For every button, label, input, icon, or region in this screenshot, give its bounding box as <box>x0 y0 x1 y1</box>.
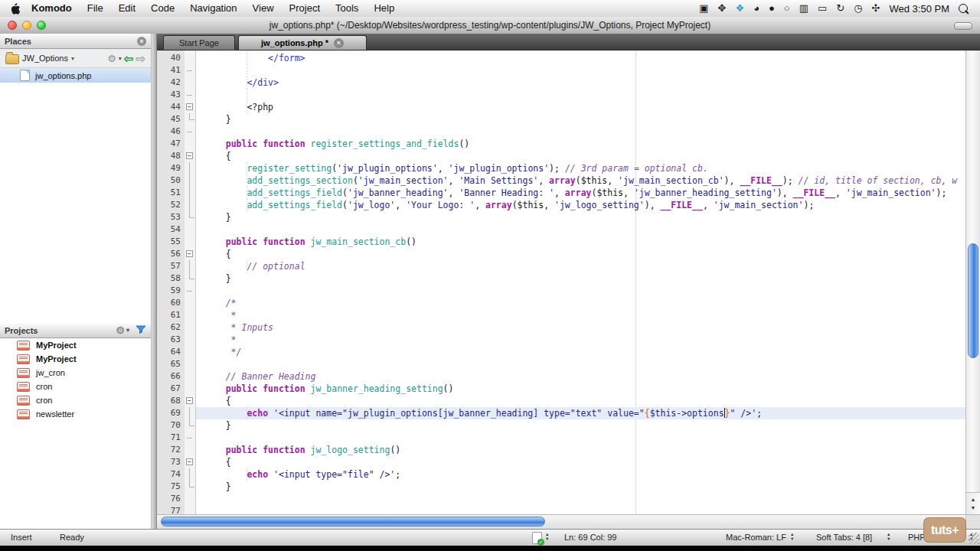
project-item[interactable]: jw_cron <box>0 366 151 380</box>
menu-clock[interactable]: Wed 3:50 PM <box>889 3 949 15</box>
resize-grip[interactable] <box>969 533 979 544</box>
screen-recording-icon[interactable]: ▣ <box>699 0 708 17</box>
code-line[interactable]: 76 <box>157 493 965 505</box>
code-line[interactable]: 58 } <box>157 272 965 285</box>
code-line[interactable]: 69 echo '<input name="jw_plugin_options[… <box>157 407 965 419</box>
vertical-scrollbar[interactable]: ▲ ▼ <box>965 51 980 514</box>
code-line[interactable]: 48− { <box>157 150 965 162</box>
project-item[interactable]: MyProject <box>0 352 151 366</box>
project-item[interactable]: MyProject <box>0 338 151 352</box>
code-line[interactable]: 70 } <box>157 419 965 432</box>
menu-komodo[interactable]: Komodo <box>24 0 80 17</box>
code-line[interactable]: 41 <box>157 64 965 77</box>
move-arrows-icon[interactable]: ✥ <box>718 0 727 17</box>
code-line[interactable]: 45 } <box>157 113 965 126</box>
tab-jw-options-php[interactable]: jw_options.php *× <box>238 35 367 50</box>
menu-tools[interactable]: Tools <box>328 0 366 17</box>
zoom-window-button[interactable] <box>37 21 46 30</box>
horizontal-scrollbar[interactable] <box>157 514 980 529</box>
code-line[interactable]: 73− { <box>157 456 965 468</box>
code-line[interactable]: 50 add_settings_section('jw_main_section… <box>157 174 965 187</box>
menu-navigation[interactable]: Navigation <box>182 0 244 17</box>
code-line[interactable]: 42 </div> <box>157 77 965 89</box>
menu-edit[interactable]: Edit <box>111 0 143 17</box>
code-line[interactable]: 65 <box>157 358 965 370</box>
encoding-stepper[interactable]: ▲▼ <box>790 532 794 541</box>
minimize-window-button[interactable] <box>22 21 31 30</box>
code-line[interactable]: 55 public function jw_main_section_cb() <box>157 236 965 248</box>
sidebar-splitter[interactable] <box>151 34 157 529</box>
projects-gear-icon[interactable]: ⚙ <box>116 325 125 335</box>
soft-tabs-stepper[interactable]: ▲▼ <box>887 532 890 541</box>
code-line[interactable]: 74 echo '<input type="file" />'; <box>157 468 965 481</box>
code-line[interactable]: 67 public function jw_banner_heading_set… <box>157 383 965 395</box>
syntax-check-stepper[interactable]: ▲▼ <box>545 532 549 541</box>
project-item[interactable]: cron <box>0 380 151 393</box>
code-line[interactable]: 44− <?php <box>157 101 965 113</box>
menu-help[interactable]: Help <box>366 0 402 17</box>
code-line[interactable]: 64 */ <box>157 346 965 358</box>
chevron-down-icon[interactable]: ▾ <box>71 55 74 62</box>
spotlight-icon[interactable] <box>959 4 968 13</box>
code-line[interactable]: 52 add_settings_field('jw_logo', 'Your L… <box>157 199 965 211</box>
menu-file[interactable]: File <box>80 0 111 17</box>
hat-icon[interactable]: ● <box>769 0 775 17</box>
code-line[interactable]: 46 <box>157 126 965 138</box>
time-machine-icon[interactable]: ◷ <box>854 0 862 17</box>
code-line[interactable]: 56− { <box>157 248 965 260</box>
tab-close-icon[interactable]: × <box>334 38 344 48</box>
code-line[interactable]: 68− { <box>157 395 965 407</box>
code-line[interactable]: 54 <box>157 223 965 236</box>
scroll-up-arrow-icon[interactable]: ▲ <box>971 497 976 502</box>
code-line[interactable]: 53 } <box>157 211 965 223</box>
menu-view[interactable]: View <box>245 0 282 17</box>
code-line[interactable]: 72 public function jw_logo_setting() <box>157 444 965 456</box>
truck-icon[interactable]: ▥ <box>799 0 808 17</box>
status-line-col[interactable]: Ln: 69 Col: 99 <box>564 533 617 542</box>
status-encoding[interactable]: Mac-Roman: LF <box>726 533 786 542</box>
code-line[interactable]: 43 <box>157 89 965 101</box>
chevron-down-icon[interactable]: ▾ <box>119 55 122 62</box>
status-soft-tabs[interactable]: Soft Tabs: 4 [8] <box>816 533 872 542</box>
code-line[interactable]: 66 // Banner Heading <box>157 370 965 383</box>
code-line[interactable]: 49 register_setting('jw_plugin_options',… <box>157 162 965 174</box>
places-gear-icon[interactable]: ⚙ <box>107 54 116 64</box>
code-line[interactable]: 57 // optional <box>157 260 965 272</box>
code-editor[interactable]: 40 </form>4142 </div>4344− <?php45 }4647… <box>157 51 980 514</box>
syntax-check-icon[interactable] <box>532 532 542 544</box>
code-line[interactable]: 60 /* <box>157 297 965 309</box>
sync-icon[interactable]: ↻ <box>836 0 844 17</box>
code-line[interactable]: 40 </form> <box>157 52 965 64</box>
code-line[interactable]: 61 * <box>157 309 965 321</box>
horizontal-scrollbar-thumb[interactable] <box>161 517 545 527</box>
apple-menu-icon[interactable] <box>11 3 21 15</box>
forward-arrow-icon[interactable]: ⇨ <box>136 53 145 64</box>
code-line[interactable]: 71 <box>157 432 965 444</box>
code-line[interactable]: 51 add_settings_field('jw_banner_heading… <box>157 187 965 199</box>
places-close-icon[interactable]: × <box>137 37 146 46</box>
fold-collapse-icon[interactable]: − <box>186 250 193 257</box>
menu-project[interactable]: Project <box>282 0 328 17</box>
code-line[interactable]: 75 } <box>157 481 965 493</box>
project-item[interactable]: cron <box>0 393 151 407</box>
tab-start-page[interactable]: Start Page <box>163 35 235 50</box>
close-window-button[interactable] <box>8 21 17 30</box>
code-line[interactable]: 77 <box>157 505 965 514</box>
back-arrow-icon[interactable]: ⇦ <box>124 53 134 64</box>
fold-collapse-icon[interactable]: − <box>186 458 193 465</box>
fold-collapse-icon[interactable]: − <box>186 103 193 110</box>
toolbar-toggle-pill[interactable] <box>954 22 972 30</box>
display-icon[interactable]: ▭ <box>818 0 827 17</box>
code-line[interactable]: 62 * Inputs <box>157 321 965 334</box>
code-line[interactable]: 47 public function register_settings_and… <box>157 138 965 150</box>
dropbox-icon[interactable]: ❖ <box>735 0 744 17</box>
pie-menu-icon[interactable]: ◕ <box>753 0 760 17</box>
window-title-bar[interactable]: jw_options.php* (~/Desktop/Websites/word… <box>0 17 980 34</box>
places-file-row-selected[interactable]: jw_options.php <box>0 68 151 83</box>
vertical-scrollbar-thumb[interactable] <box>968 243 978 358</box>
places-root-folder[interactable]: JW_Options <box>22 54 68 63</box>
fold-collapse-icon[interactable]: − <box>186 152 193 159</box>
fold-collapse-icon[interactable]: − <box>186 397 193 404</box>
filter-funnel-icon[interactable] <box>136 325 146 335</box>
circle-outline-icon[interactable]: ○ <box>784 0 790 17</box>
